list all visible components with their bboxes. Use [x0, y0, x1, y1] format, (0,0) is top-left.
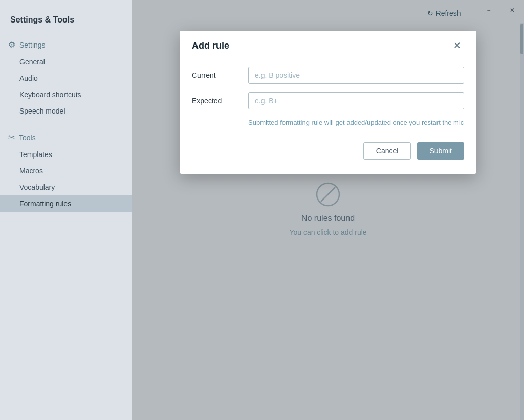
expected-field-row: Expected: [192, 92, 464, 109]
sidebar-item-vocabulary[interactable]: Vocabulary: [0, 179, 132, 195]
modal-header: Add rule ✕: [180, 31, 476, 58]
cancel-button[interactable]: Cancel: [363, 142, 411, 160]
sidebar-item-macros[interactable]: Macros: [0, 163, 132, 179]
settings-section-label: Settings: [19, 41, 46, 49]
sidebar-item-keyboard-shortcuts[interactable]: Keyboard shortcuts: [0, 86, 132, 103]
modal-title: Add rule: [192, 40, 229, 51]
current-field-row: Current: [192, 67, 464, 84]
modal-backdrop: Add rule ✕ Current Expected Submitted fo…: [132, 0, 524, 420]
sidebar: Settings & Tools ⚙ Settings General Audi…: [0, 0, 132, 420]
sidebar-title: Settings & Tools: [0, 10, 132, 35]
modal-footer: Cancel Submit: [192, 138, 464, 162]
tools-section-label: Tools: [19, 134, 36, 142]
app-window: Settings & Tools ⚙ Settings General Audi…: [0, 0, 524, 420]
current-input[interactable]: [248, 67, 464, 84]
sidebar-section-settings: ⚙ Settings: [0, 35, 132, 54]
tools-icon: ✂: [8, 132, 15, 142]
expected-input[interactable]: [248, 92, 464, 109]
expected-label: Expected: [192, 97, 238, 105]
sidebar-item-audio[interactable]: Audio: [0, 70, 132, 86]
settings-icon: ⚙: [8, 40, 15, 50]
current-label: Current: [192, 71, 238, 79]
modal-close-button[interactable]: ✕: [450, 40, 464, 51]
submit-button[interactable]: Submit: [417, 142, 464, 160]
sidebar-item-formatting-rules[interactable]: Formatting rules: [0, 195, 132, 212]
add-rule-modal: Add rule ✕ Current Expected Submitted fo…: [180, 31, 476, 174]
modal-body: Current Expected Submitted formatting ru…: [180, 58, 476, 174]
form-hint: Submitted formatting rule will get added…: [248, 118, 464, 128]
sidebar-item-speech-model[interactable]: Speech model: [0, 103, 132, 119]
sidebar-item-templates[interactable]: Templates: [0, 146, 132, 163]
main-content: − ✕ ↻ Refresh + Add rule No rules found …: [132, 0, 524, 420]
sidebar-section-tools: ✂ Tools: [0, 127, 132, 146]
sidebar-item-general[interactable]: General: [0, 54, 132, 70]
